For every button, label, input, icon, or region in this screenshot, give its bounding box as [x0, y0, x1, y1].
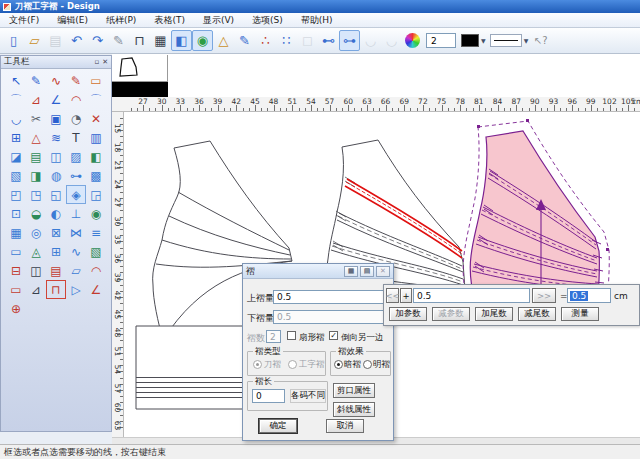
- color-wheel-icon[interactable]: [405, 33, 420, 48]
- open-icon[interactable]: ▱: [24, 30, 45, 51]
- undo-icon[interactable]: ↶: [66, 30, 87, 51]
- pen-tool-icon[interactable]: ✎: [26, 71, 46, 90]
- menu-item[interactable]: 显示(V): [194, 13, 243, 27]
- current-color-swatch[interactable]: [461, 34, 479, 47]
- corner1-tool-icon[interactable]: ◰: [6, 185, 26, 204]
- pattern-piece-right[interactable]: [463, 119, 609, 310]
- pencil-tool-icon[interactable]: ✎: [66, 71, 86, 90]
- menu-item[interactable]: 纸样(P): [97, 13, 145, 27]
- close-icon[interactable]: ✕: [102, 58, 108, 66]
- circle-tool-icon[interactable]: ◎: [26, 223, 46, 242]
- calc-button[interactable]: 加尾数: [475, 307, 513, 321]
- rows-tool-icon[interactable]: ▤: [46, 261, 66, 280]
- rotate-tool-icon[interactable]: ⊕: [6, 299, 26, 318]
- measure-icon[interactable]: ⊷: [318, 30, 339, 51]
- show-piece-icon[interactable]: ◉: [192, 30, 213, 51]
- dialog-titlebar[interactable]: 褶 ▦▤✕: [243, 264, 393, 279]
- point-line-icon[interactable]: ⊶: [339, 30, 360, 51]
- rect-tool-icon[interactable]: ▭: [6, 242, 26, 261]
- angle-tool-icon[interactable]: ⊿: [26, 90, 46, 109]
- corner4-tool-icon[interactable]: ◲: [86, 185, 106, 204]
- pleat-length-input[interactable]: [252, 389, 285, 403]
- fan-pleat-checkbox[interactable]: [287, 331, 296, 340]
- tools-panel-titlebar[interactable]: 工具栏 ▫ ✕: [1, 56, 111, 69]
- mountain-tool-icon[interactable]: ◬: [26, 242, 46, 261]
- minusbox-tool-icon[interactable]: ⊟: [6, 261, 26, 280]
- color-picker[interactable]: ▼: [461, 34, 486, 47]
- line-style-sample[interactable]: [490, 34, 522, 47]
- curve2-tool-icon[interactable]: ◡: [6, 109, 26, 128]
- flip-side-checkbox[interactable]: [329, 331, 338, 340]
- table2-tool-icon[interactable]: ▦: [6, 223, 26, 242]
- smooth-tool-icon[interactable]: ◠: [66, 90, 86, 109]
- delete-tool-icon[interactable]: ✕: [86, 109, 106, 128]
- per-size-button[interactable]: 各码不同: [290, 389, 326, 403]
- pattern-thumbnail[interactable]: [112, 55, 168, 82]
- curve-tool-icon[interactable]: ∿: [46, 71, 66, 90]
- new-doc-icon[interactable]: ▯: [3, 30, 24, 51]
- button-tool-icon[interactable]: ◍: [46, 166, 66, 185]
- save-icon[interactable]: ▤: [45, 30, 66, 51]
- notch-properties-button[interactable]: 剪口属性: [333, 383, 375, 398]
- select-tool-icon[interactable]: ↖: [6, 71, 26, 90]
- bend-tool-icon[interactable]: ⌒: [86, 90, 106, 109]
- chevron-down-icon[interactable]: ▼: [481, 37, 486, 44]
- points-icon[interactable]: ∴: [255, 30, 276, 51]
- box-tool-icon[interactable]: ⊡: [6, 204, 26, 223]
- bowtie-tool-icon[interactable]: ⋈: [66, 223, 86, 242]
- table-icon[interactable]: ▦: [150, 30, 171, 51]
- calc-button[interactable]: 测量: [561, 307, 599, 321]
- sew-tool-icon[interactable]: ∿: [66, 242, 86, 261]
- arc-tool-icon[interactable]: ⌒: [6, 90, 26, 109]
- dialog-titlebar-button[interactable]: ✕: [376, 266, 390, 277]
- pattern-window-icon[interactable]: ◧: [171, 30, 192, 51]
- menu-item[interactable]: 选项(S): [243, 13, 292, 27]
- dialog-titlebar-button[interactable]: ▤: [360, 266, 374, 277]
- prism-icon[interactable]: △: [213, 30, 234, 51]
- pleat-tool-icon[interactable]: ◈: [66, 185, 86, 204]
- eraser-tool-icon[interactable]: ▭: [86, 71, 106, 90]
- triangle-tool-icon[interactable]: △: [26, 128, 46, 147]
- seam-tool-icon[interactable]: ▣: [46, 109, 66, 128]
- scissors-tool-icon[interactable]: ✂: [26, 109, 46, 128]
- line-width-input[interactable]: [426, 33, 456, 48]
- curve-b-icon[interactable]: ◡: [381, 30, 402, 51]
- join-tool-icon[interactable]: ◫: [26, 261, 46, 280]
- menu-item[interactable]: 编辑(E): [48, 13, 97, 27]
- move-line-tool-icon[interactable]: ⊓: [46, 280, 66, 299]
- lines-tool-icon[interactable]: ≡: [86, 223, 106, 242]
- expression-input[interactable]: [413, 288, 530, 303]
- menu-item[interactable]: 帮助(H): [292, 13, 342, 27]
- dart-tool-icon[interactable]: ◒: [26, 204, 46, 223]
- hidden-pleat-radio[interactable]: [334, 360, 343, 369]
- plus-button[interactable]: +: [400, 288, 412, 303]
- hatch-tool-icon[interactable]: ▥: [86, 128, 106, 147]
- piece-tool-icon[interactable]: ◪: [6, 147, 26, 166]
- band-tool-icon[interactable]: ▭: [6, 280, 26, 299]
- shade2-tool-icon[interactable]: ▧: [86, 242, 106, 261]
- mirror-tool-icon[interactable]: ◫: [46, 147, 66, 166]
- grid-tool-icon[interactable]: ⊞: [6, 128, 26, 147]
- perp-tool-icon[interactable]: ⊥: [66, 204, 86, 223]
- corner2-tool-icon[interactable]: ◳: [26, 185, 46, 204]
- visible-pleat-radio[interactable]: [363, 360, 372, 369]
- wave-tool-icon[interactable]: ≋: [46, 128, 66, 147]
- text-tool-icon[interactable]: T: [66, 128, 86, 147]
- chevron-down-icon[interactable]: ▼: [524, 37, 529, 44]
- cancel-button[interactable]: 取消: [326, 419, 364, 433]
- erase-icon[interactable]: ✎: [108, 30, 129, 51]
- result-field[interactable]: 0.5: [567, 288, 611, 303]
- rack-icon[interactable]: ⊓: [129, 30, 150, 51]
- menu-item[interactable]: 表格(T): [145, 13, 194, 27]
- corner3-tool-icon[interactable]: ◱: [46, 185, 66, 204]
- half-tool-icon[interactable]: ◧: [86, 147, 106, 166]
- brush-icon[interactable]: ✎: [234, 30, 255, 51]
- sheet-icon[interactable]: ◻: [297, 30, 318, 51]
- target-tool-icon[interactable]: ◉: [86, 204, 106, 223]
- calc-button[interactable]: 减尾数: [518, 307, 556, 321]
- plusbox-tool-icon[interactable]: ⊞: [46, 242, 66, 261]
- pattern-size-bar[interactable]: [112, 82, 168, 97]
- angle2-tool-icon[interactable]: ∠: [86, 280, 106, 299]
- curve-a-icon[interactable]: ◡: [360, 30, 381, 51]
- compass-tool-icon[interactable]: ◔: [66, 109, 86, 128]
